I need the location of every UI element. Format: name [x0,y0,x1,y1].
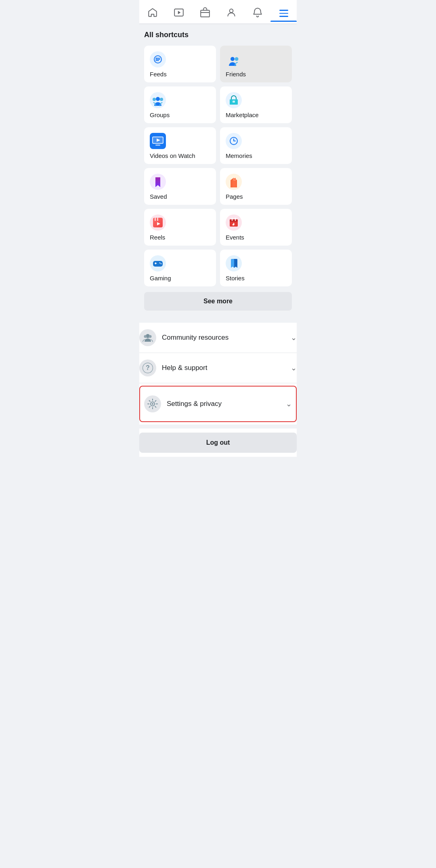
help-support-icon: ? [139,359,156,376]
svg-text:?: ? [146,364,150,371]
settings-privacy-chevron: ⌄ [286,399,292,408]
svg-point-51 [144,335,147,338]
shortcut-saved[interactable]: Saved [144,168,216,205]
profile-nav-icon [226,7,237,19]
menu-section: Community resources ⌄ ? Help & support ⌄ [139,323,297,425]
nav-profile[interactable] [218,4,244,23]
nav-notifications[interactable] [244,4,270,23]
events-label: Events [226,234,286,241]
svg-point-10 [156,58,157,59]
watch-nav-icon [174,7,184,19]
feeds-icon [150,51,166,67]
svg-point-52 [149,335,152,338]
nav-marketplace[interactable] [192,4,218,23]
memories-icon [226,133,242,149]
logout-button[interactable]: Log out [139,433,297,453]
svg-rect-37 [230,219,238,222]
svg-point-16 [160,98,163,101]
settings-privacy-row[interactable]: Settings & privacy ⌄ [139,386,297,422]
marketplace-icon [226,92,242,108]
community-resources-icon [139,329,156,346]
community-resources-row[interactable]: Community resources ⌄ [139,323,297,353]
community-resources-label: Community resources [162,334,291,342]
shortcut-gaming[interactable]: Gaming [144,250,216,286]
pages-label: Pages [226,193,286,200]
gaming-icon [150,255,166,271]
svg-point-15 [156,97,160,101]
shortcut-marketplace[interactable]: Marketplace [220,86,292,123]
videos-on-watch-label: Videos on Watch [150,152,210,159]
marketplace-nav-icon [200,7,210,19]
feeds-label: Feeds [150,71,210,78]
hamburger-menu-icon [279,10,288,17]
shortcut-groups[interactable]: Groups [144,86,216,123]
svg-rect-25 [155,145,160,146]
memories-label: Memories [226,152,286,159]
svg-marker-1 [178,11,180,15]
see-more-button[interactable]: See more [144,292,292,311]
stories-icon [226,255,242,271]
home-icon [147,7,158,19]
svg-text:★: ★ [232,223,235,227]
svg-point-4 [229,9,233,13]
pages-icon [226,174,242,190]
nav-home[interactable] [139,4,166,23]
svg-rect-33 [157,218,158,221]
friends-label: Friends [226,71,286,78]
shortcut-stories[interactable]: Stories [220,250,292,286]
settings-privacy-icon [144,395,161,412]
reels-icon [150,214,166,231]
svg-point-12 [231,57,235,61]
settings-privacy-inner[interactable]: Settings & privacy ⌄ [140,392,296,416]
saved-icon [150,174,166,190]
shortcut-friends[interactable]: Friends [220,46,292,82]
groups-label: Groups [150,111,210,118]
help-support-row[interactable]: ? Help & support ⌄ [139,353,297,383]
svg-point-13 [235,57,239,61]
shortcut-events[interactable]: ★ Events [220,209,292,246]
logout-section: Log out [139,429,297,457]
shortcut-memories[interactable]: Memories [220,127,292,164]
shortcuts-title: All shortcuts [144,29,292,41]
svg-rect-2 [201,11,210,17]
shortcut-reels[interactable]: Reels [144,209,216,246]
svg-point-48 [161,263,161,264]
marketplace-label: Marketplace [226,111,286,118]
top-navigation [139,0,297,24]
gaming-label: Gaming [150,275,210,282]
shortcut-feeds[interactable]: Feeds [144,46,216,82]
stories-label: Stories [226,275,286,282]
svg-rect-46 [155,263,156,265]
videos-on-watch-icon [150,133,166,149]
reels-label: Reels [150,234,210,241]
svg-point-47 [159,263,160,263]
shortcuts-grid: Feeds Friends [144,46,292,286]
settings-privacy-label: Settings & privacy [167,400,286,408]
help-support-label: Help & support [162,364,291,372]
friends-icon [226,51,242,67]
nav-menu[interactable] [270,6,297,21]
svg-point-58 [152,403,153,405]
help-support-chevron: ⌄ [291,364,297,372]
shortcut-pages[interactable]: Pages [220,168,292,205]
nav-watch[interactable] [166,4,192,23]
bell-icon [252,7,263,19]
svg-rect-32 [155,218,156,221]
saved-label: Saved [150,193,210,200]
events-icon: ★ [226,214,242,231]
section-separator-1 [139,319,297,323]
svg-point-17 [153,98,156,101]
shortcut-videos-on-watch[interactable]: Videos on Watch [144,127,216,164]
main-content: All shortcuts Feeds [139,24,297,319]
community-resources-chevron: ⌄ [291,333,297,342]
groups-icon [150,92,166,108]
svg-rect-20 [233,101,235,103]
